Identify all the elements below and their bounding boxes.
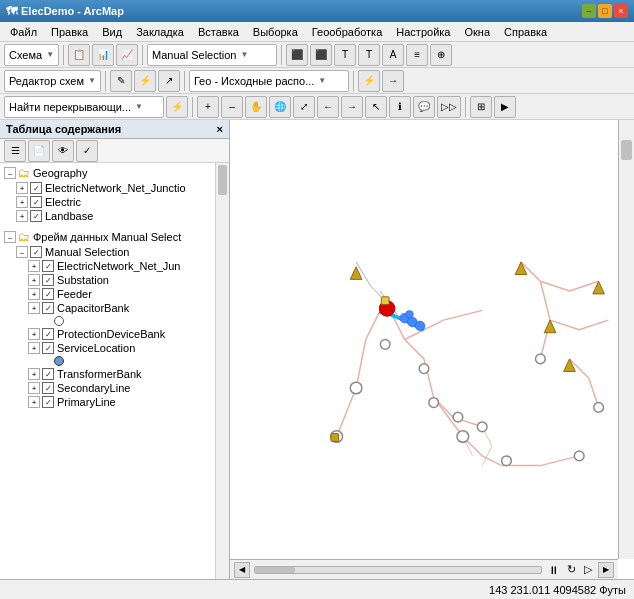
toolbar1-btn-a[interactable]: ⬛ [286,44,308,66]
landbase-checkbox[interactable] [30,210,42,222]
menu-insert[interactable]: Вставка [192,24,245,40]
sub-checkbox[interactable] [42,274,54,286]
map-vscroll-thumb[interactable] [621,140,632,160]
menu-help[interactable]: Справка [498,24,553,40]
toc-electricnetwork-junction[interactable]: + ElectricNetwork_Net_Junctio [0,181,215,195]
toc-electric[interactable]: + Electric [0,195,215,209]
feeder-checkbox[interactable] [42,288,54,300]
scroll-btn-right[interactable]: ▶ [598,562,614,578]
close-button[interactable]: × [614,4,628,18]
electric-expand[interactable]: + [16,196,28,208]
zoom-out-btn[interactable]: – [221,96,243,118]
toc-select-btn[interactable]: ✓ [76,140,98,162]
toc-secondaryline[interactable]: + SecondaryLine [0,381,215,395]
secline-expand[interactable]: + [28,382,40,394]
schema-btn-3[interactable]: 📈 [116,44,138,66]
toc-primaryline[interactable]: + PrimaryLine [0,395,215,409]
menu-select[interactable]: Выборка [247,24,304,40]
find-btn[interactable]: ⚡ [166,96,188,118]
toolbar1-btn-b[interactable]: ⬛ [310,44,332,66]
map-area[interactable]: ◀ ⏸ ↻ ▷ ▶ [230,120,634,579]
geography-group[interactable]: – 🗂 Geography [0,165,215,181]
toc-servicelocation[interactable]: + ServiceLocation [0,341,215,355]
zoom-pct-btn[interactable]: ▷▷ [437,96,461,118]
toolbar1-btn-d[interactable]: T [358,44,380,66]
editor-btn-4[interactable]: ⚡ [358,70,380,92]
refresh-btn[interactable]: ↻ [567,563,576,576]
editor-btn-5[interactable]: → [382,70,404,92]
maximize-button[interactable]: □ [598,4,612,18]
menu-geoprocessing[interactable]: Геообработка [306,24,389,40]
geo-dropdown[interactable]: Гео - Исходные распо... ▼ [189,70,349,92]
toc-manual-selection[interactable]: – Manual Selection [0,245,215,259]
globe-btn[interactable]: 🌐 [269,96,291,118]
pause-btn[interactable]: ⏸ [548,564,559,576]
pan-btn[interactable]: ✋ [245,96,267,118]
schema-btn-1[interactable]: 📋 [68,44,90,66]
editor-btn-1[interactable]: ✎ [110,70,132,92]
sl-checkbox[interactable] [42,342,54,354]
toc-feeder[interactable]: + Feeder [0,287,215,301]
tb-expand[interactable]: + [28,368,40,380]
ej-expand[interactable]: + [16,182,28,194]
extent-btn[interactable]: ⤢ [293,96,315,118]
menu-windows[interactable]: Окна [458,24,496,40]
map-hscroll-track[interactable] [254,566,542,574]
editor-btn-3[interactable]: ↗ [158,70,180,92]
toc-landbase[interactable]: + Landbase [0,209,215,223]
toc-en-junction[interactable]: + ElectricNetwork_Net_Jun [0,259,215,273]
toc-substation[interactable]: + Substation [0,273,215,287]
toc-source-btn[interactable]: 📄 [28,140,50,162]
menu-edit[interactable]: Правка [45,24,94,40]
map-scrollbar-right[interactable] [618,120,634,559]
toc-capacitorbank[interactable]: + CapacitorBank [0,301,215,315]
play-btn[interactable]: ▷ [584,563,592,576]
sl-expand[interactable]: + [28,342,40,354]
toolbar1-btn-f[interactable]: ≡ [406,44,428,66]
enj-checkbox[interactable] [42,260,54,272]
toc-scrollbar[interactable] [215,163,229,579]
toolbar1-btn-e[interactable]: A [382,44,404,66]
ej-checkbox[interactable] [30,182,42,194]
select-btn[interactable]: ↖ [365,96,387,118]
toc-protectiondevicebank[interactable]: + ProtectionDeviceBank [0,327,215,341]
extra-btn-1[interactable]: ⊞ [470,96,492,118]
toc-scrollbar-thumb[interactable] [218,165,227,195]
sub-expand[interactable]: + [28,274,40,286]
menu-bookmark[interactable]: Закладка [130,24,190,40]
map-hscroll-thumb[interactable] [255,567,295,573]
editor-btn-2[interactable]: ⚡ [134,70,156,92]
map-scrollbar-bottom[interactable]: ◀ ⏸ ↻ ▷ ▶ [230,559,618,579]
editor-dropdown[interactable]: Редактор схем ▼ [4,70,101,92]
frame-group[interactable]: – 🗂 Фрейм данных Manual Select [0,229,215,245]
toolbar1-btn-c[interactable]: T [334,44,356,66]
enj-expand[interactable]: + [28,260,40,272]
minimize-button[interactable]: – [582,4,596,18]
cap-checkbox[interactable] [42,302,54,314]
scroll-btn-left[interactable]: ◀ [234,562,250,578]
schema-dropdown[interactable]: Схема ▼ [4,44,59,66]
geography-expand[interactable]: – [4,167,16,179]
find-dropdown[interactable]: Найти перекрывающи... ▼ [4,96,164,118]
toolbar1-btn-g[interactable]: ⊕ [430,44,452,66]
priline-expand[interactable]: + [28,396,40,408]
electric-checkbox[interactable] [30,196,42,208]
manual-selection-dropdown[interactable]: Manual Selection ▼ [147,44,277,66]
landbase-expand[interactable]: + [16,210,28,222]
menu-file[interactable]: Файл [4,24,43,40]
menu-settings[interactable]: Настройка [390,24,456,40]
ms-expand[interactable]: – [16,246,28,258]
toc-visible-btn[interactable]: 👁 [52,140,74,162]
cap-expand[interactable]: + [28,302,40,314]
pdb-expand[interactable]: + [28,328,40,340]
menu-view[interactable]: Вид [96,24,128,40]
toc-close-btn[interactable]: × [217,123,223,135]
forward-btn[interactable]: → [341,96,363,118]
frame-expand[interactable]: – [4,231,16,243]
toc-transformerbank[interactable]: + TransformerBank [0,367,215,381]
zoom-in-btn[interactable]: + [197,96,219,118]
identify-btn[interactable]: ℹ [389,96,411,118]
secline-checkbox[interactable] [42,382,54,394]
extra-btn-2[interactable]: ▶ [494,96,516,118]
feeder-expand[interactable]: + [28,288,40,300]
